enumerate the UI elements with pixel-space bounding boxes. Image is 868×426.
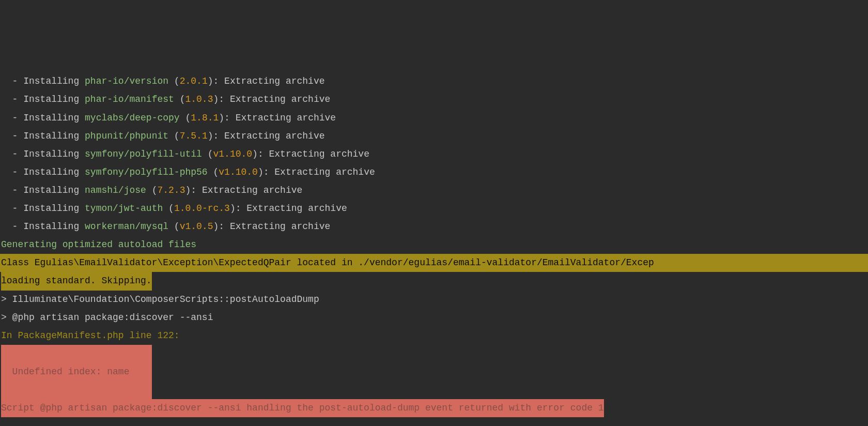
error-box-line [0, 381, 868, 399]
package-name: namshi/jose [85, 185, 146, 195]
package-name: symfony/polyfill-php56 [85, 167, 208, 177]
package-version: 7.5.1 [180, 131, 208, 141]
package-name: symfony/polyfill-util [85, 149, 202, 159]
install-line: - Installing tymon/jwt-auth (1.0.0-rc.3)… [0, 200, 868, 218]
install-line: - Installing symfony/polyfill-php56 (v1.… [0, 163, 868, 181]
package-name: workerman/mysql [85, 221, 168, 232]
script-line: > @php artisan package:discover --ansi [0, 309, 868, 327]
final-error-line: Script @php artisan package:discover --a… [0, 399, 868, 417]
install-line: - Installing myclabs/deep-copy (1.8.1): … [0, 109, 868, 127]
package-version: 2.0.1 [180, 76, 208, 86]
package-version: v1.10.0 [219, 167, 258, 177]
install-line: - Installing workerman/mysql (v1.0.5): E… [0, 218, 868, 236]
package-name: myclabs/deep-copy [85, 113, 180, 123]
error-box-line: Undefined index: name [0, 363, 868, 381]
install-line: - Installing phpunit/phpunit (7.5.1): Ex… [0, 127, 868, 145]
package-name: phpunit/phpunit [85, 131, 168, 141]
install-line: - Installing phar-io/manifest (1.0.3): E… [0, 90, 868, 109]
script-line: > Illuminate\Foundation\ComposerScripts:… [0, 291, 868, 309]
install-line: - Installing namshi/jose (7.2.3): Extrac… [0, 181, 868, 200]
package-name: phar-io/manifest [85, 94, 174, 104]
package-name: tymon/jwt-auth [85, 203, 163, 214]
package-version: 1.8.1 [191, 113, 219, 123]
package-version: 1.0.0-rc.3 [174, 203, 230, 214]
generating-line: Generating optimized autoload files [0, 236, 868, 254]
error-box-pad [1, 381, 152, 399]
package-name: phar-io/version [85, 76, 168, 86]
error-box-pad [1, 345, 152, 363]
package-version: 1.0.3 [185, 94, 213, 104]
final-error-text: Script @php artisan package:discover --a… [1, 399, 604, 417]
package-version: v1.0.5 [180, 221, 213, 232]
psr4-warning-line: loading standard. Skipping. [0, 272, 868, 290]
package-version: 7.2.3 [157, 185, 185, 195]
terminal-output: - Installing phar-io/version (2.0.1): Ex… [0, 72, 868, 417]
error-location: In PackageManifest.php line 122: [0, 327, 868, 345]
install-line: - Installing phar-io/version (2.0.1): Ex… [0, 72, 868, 90]
error-box-line [0, 345, 868, 363]
psr4-warning-line: Class Egulias\EmailValidator\Exception\E… [0, 254, 868, 272]
error-message: Undefined index: name [1, 363, 152, 381]
install-line: - Installing symfony/polyfill-util (v1.1… [0, 145, 868, 163]
package-version: v1.10.0 [213, 149, 252, 159]
